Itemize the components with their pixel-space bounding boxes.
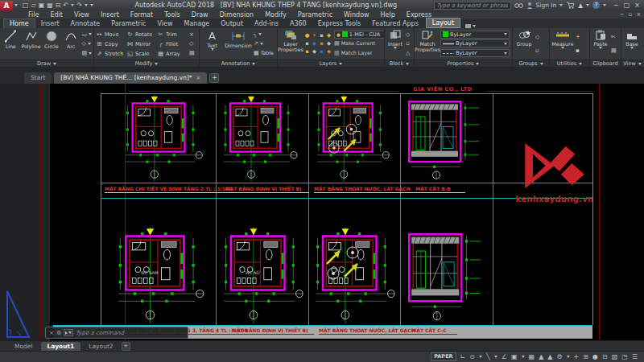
paste-button[interactable]: Paste — [592, 29, 609, 59]
workspace-switch-icon[interactable]: + — [574, 352, 580, 362]
units-geolocation-icon[interactable]: ● — [592, 352, 598, 362]
lineweight-dropdown[interactable]: ByLayer — [440, 39, 510, 47]
menu-insert[interactable]: Insert — [95, 10, 125, 19]
panel-label-properties[interactable]: Properties — [415, 60, 512, 67]
menu-format[interactable]: Format — [125, 10, 159, 19]
menu-dimension[interactable]: Dimension — [214, 10, 260, 19]
measure-button[interactable]: Measure — [551, 29, 574, 59]
sign-in-dropdown-icon[interactable] — [559, 4, 563, 6]
group-button[interactable]: Group — [514, 29, 534, 59]
menu-tools[interactable]: Tools — [159, 10, 186, 19]
new-layout-button[interactable]: + — [122, 342, 130, 351]
new-drawing-tab-button[interactable]: + — [209, 73, 219, 83]
layer-on-icon[interactable]: ● — [303, 32, 311, 40]
cut-icon[interactable]: ✂ — [611, 33, 616, 41]
hatch-dropdown-icon[interactable] — [89, 52, 92, 55]
layer-dropdown[interactable]: ● 1-MEI - CUA — [334, 31, 384, 39]
leader-tool-icon[interactable]: ↗ — [254, 39, 258, 47]
grid-icon[interactable]: ▦ — [529, 352, 535, 362]
app-menu-button[interactable]: A — [0, 1, 13, 10]
stretch-button[interactable]: ⇗Stretch — [96, 49, 126, 59]
make-current-button[interactable]: ▤Make Current — [334, 39, 384, 47]
command-input[interactable] — [76, 330, 184, 336]
match-properties-button[interactable]: Match Properties — [416, 29, 439, 59]
sign-in-link[interactable]: Sign In — [536, 2, 557, 9]
rotate-button[interactable]: ↻Rotate — [126, 30, 157, 39]
redo-dropdown-icon[interactable] — [85, 4, 88, 6]
command-line-bar[interactable]: × ⚙ — [45, 327, 188, 339]
ribbon-tab-featured-apps[interactable]: Featured Apps — [366, 19, 424, 28]
block-create-icon[interactable]: ▫ — [406, 39, 410, 47]
command-close-icon[interactable]: × — [49, 330, 54, 336]
trim-button[interactable]: ✂Trim — [157, 30, 188, 39]
panel-label-clipboard[interactable]: Clipboard — [590, 60, 621, 67]
layer-match-icon[interactable]: ◆ — [325, 48, 332, 56]
leader-dropdown-icon[interactable] — [260, 43, 263, 45]
panel-label-layers[interactable]: Layers — [278, 60, 384, 67]
doc-restore-button[interactable]: ▫ — [628, 10, 632, 19]
panel-label-draw[interactable]: Draw — [0, 60, 93, 67]
explode-tool-icon[interactable]: ◇ — [189, 39, 193, 47]
rectangle-dropdown-icon[interactable] — [89, 33, 92, 35]
open-file-icon[interactable]: ▱ — [31, 0, 36, 10]
new-file-icon[interactable]: □ — [23, 0, 29, 10]
linetype-dropdown[interactable]: ByLayer — [440, 49, 510, 57]
polar-tracking-icon[interactable]: ⊙ — [469, 352, 475, 362]
panel-label-block[interactable]: Block — [385, 60, 414, 67]
app-menu-arrow-icon[interactable] — [14, 4, 18, 6]
rectangle-tool-icon[interactable]: ▭ — [81, 31, 87, 39]
dimension-button[interactable]: Dimension — [225, 29, 252, 59]
mirror-button[interactable]: ⋈Mirror — [126, 39, 157, 49]
layer-prev-icon[interactable]: ▪ — [318, 48, 325, 56]
file-tab-document[interactable]: [BV] NHÀ KHUNG THÉ... [kenhxaydung.vn]* … — [54, 72, 207, 84]
scale-button[interactable]: ◱Scale — [126, 49, 157, 59]
minimize-button[interactable]: − — [613, 2, 619, 9]
ribbon-tab-a360[interactable]: A360 — [284, 19, 312, 28]
line-button[interactable]: Line — [2, 29, 19, 59]
tab-layout1[interactable]: Layout1 — [41, 342, 81, 351]
ribbon-tab-annotate[interactable]: Annotate — [65, 19, 106, 28]
ribbon-tab-manage[interactable]: Manage — [179, 19, 216, 28]
file-tab-start[interactable]: Start — [24, 72, 52, 84]
layer-walk-icon[interactable]: ◆ — [325, 40, 332, 48]
base-button[interactable]: Base — [623, 29, 641, 59]
circle-button[interactable]: Circle — [43, 29, 60, 59]
panel-label-utilities[interactable]: Utilities — [550, 60, 589, 67]
drawing-viewport[interactable]: GIA VIÊN CO., LTD MẶT BẰNG CHI TIẾT VỆ S… — [0, 84, 644, 340]
annotation-autoscale-icon[interactable]: ▲ — [547, 352, 552, 362]
quick-calc-icon[interactable]: + — [576, 33, 580, 41]
hatch-tool-icon[interactable]: ▨ — [81, 49, 87, 57]
ribbon-tab-parametric[interactable]: Parametric — [105, 19, 151, 28]
menu-draw[interactable]: Draw — [186, 10, 214, 19]
layer-thaw-icon[interactable]: ☀ — [311, 32, 318, 40]
panel-label-groups[interactable]: Groups — [513, 60, 549, 67]
id-point-icon[interactable]: ▪ — [576, 47, 580, 55]
annotation-scale-dropdown-icon[interactable] — [567, 356, 570, 358]
command-customize-icon[interactable]: ⚙ — [56, 330, 61, 336]
ribbon-tab-view[interactable]: View — [152, 19, 179, 28]
layer-freeze-icon[interactable]: ▪ — [303, 40, 311, 48]
ribbon-tab-addins[interactable]: Add-ins — [249, 19, 284, 28]
osnap-dropdown-icon[interactable] — [522, 356, 525, 358]
ungroup-icon[interactable]: ◇ — [535, 33, 539, 41]
doc-close-button[interactable]: × — [636, 10, 641, 19]
ribbon-tab-layout[interactable]: Layout — [426, 18, 460, 28]
annotation-scale-icon[interactable]: ⚙ — [556, 352, 562, 362]
tab-model[interactable]: Model — [8, 342, 39, 351]
menu-file[interactable]: File — [23, 10, 44, 19]
annotation-visibility-icon[interactable]: ▲ — [539, 352, 543, 362]
block-edit-icon[interactable]: ◇ — [406, 31, 410, 39]
layer-unlock-icon[interactable]: ▪ — [318, 40, 325, 48]
ribbon-tab-express-tools[interactable]: Express Tools — [312, 19, 367, 28]
menu-edit[interactable]: Edit — [44, 10, 68, 19]
isometric-drafting-icon[interactable]: ╲ — [486, 352, 490, 362]
table-button[interactable]: ▦Table — [254, 49, 274, 57]
fillet-button[interactable]: ╭Fillet — [157, 39, 188, 49]
copy-button[interactable]: ⊞Copy — [96, 39, 126, 49]
panel-label-annotation[interactable]: Annotation — [200, 60, 277, 67]
clean-screen-icon[interactable]: ◳ — [621, 352, 628, 362]
ribbon-tab-home[interactable]: Home — [3, 19, 35, 28]
plot-icon[interactable]: ⊟ — [56, 0, 61, 10]
cart-icon[interactable] — [566, 2, 575, 9]
paper-model-toggle[interactable]: PAPER — [431, 352, 456, 361]
